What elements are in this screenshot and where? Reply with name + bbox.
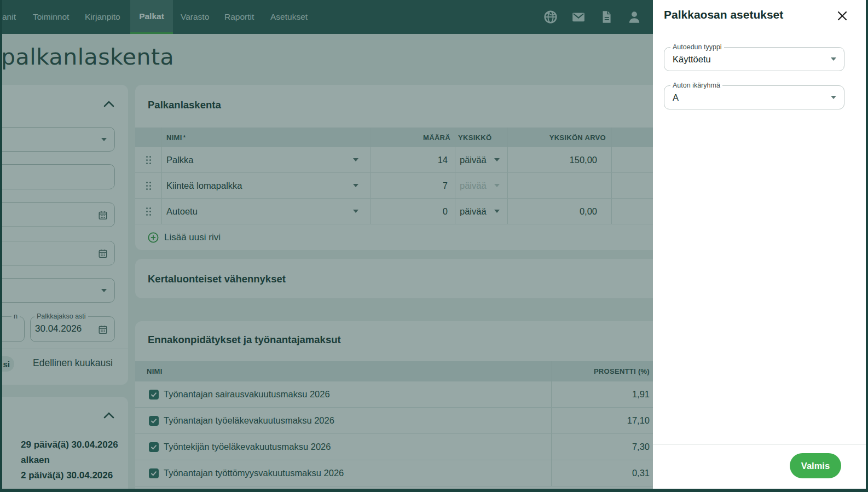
app-window: anitToiminnotKirjanpitoPalkatVarastoRapo… — [0, 0, 868, 492]
window-edge — [0, 489, 868, 492]
divider — [653, 444, 868, 445]
settings-drawer: Palkkaosan asetukset Autoedun tyyppi Käy… — [653, 0, 868, 492]
car-age-group-select[interactable]: Auton ikäryhmä A — [664, 85, 844, 109]
done-button[interactable]: Valmis — [790, 453, 841, 478]
close-button[interactable] — [836, 10, 848, 22]
window-edge — [0, 0, 2, 492]
drawer-title: Palkkaosan asetukset — [664, 8, 783, 21]
window-edge — [866, 0, 868, 492]
modal-overlay[interactable] — [0, 0, 653, 492]
chevron-down-icon — [831, 57, 836, 61]
close-icon — [836, 10, 848, 22]
car-benefit-type-select[interactable]: Autoedun tyyppi Käyttöetu — [664, 47, 844, 71]
car-benefit-type-value: Käyttöetu — [673, 48, 711, 71]
chevron-down-icon — [831, 96, 836, 99]
car-age-group-value: A — [673, 86, 679, 109]
